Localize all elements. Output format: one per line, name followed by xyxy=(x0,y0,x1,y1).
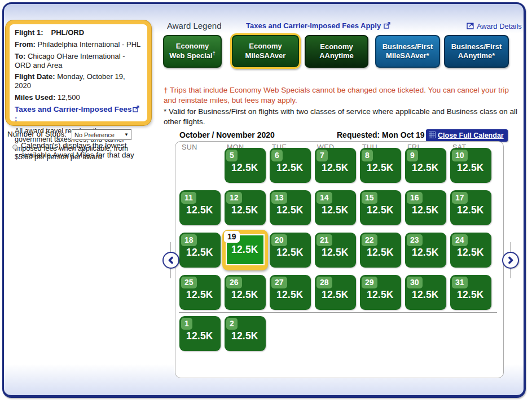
calendar-day-29[interactable]: 2912.5K xyxy=(360,275,401,310)
award-miles-value: 12.5K xyxy=(367,204,394,216)
legend-button-webspecial[interactable]: EconomyWeb Special† xyxy=(163,35,222,68)
calendar-day-26[interactable]: 2612.5K xyxy=(225,275,266,310)
calendar-day-18[interactable]: 1812.5K xyxy=(179,233,221,268)
calendar-day-28[interactable]: 2812.5K xyxy=(315,275,356,310)
award-miles-value: 12.5K xyxy=(276,289,304,301)
calendar-day-19-selected[interactable]: 1912.5K xyxy=(222,230,268,270)
award-miles-value: 12.5K xyxy=(276,204,304,216)
calendar-day-14[interactable]: 1412.5K xyxy=(315,190,356,225)
day-number: 26 xyxy=(226,277,242,288)
flight-date-row: Flight Date: Monday, October 19, 2020 xyxy=(15,72,142,90)
calendar-day-25[interactable]: 2512.5K xyxy=(179,275,221,310)
legend-button-aanytime[interactable]: Business/FirstAAnytime* xyxy=(444,35,509,68)
calendar-day-10[interactable]: 1012.5K xyxy=(450,148,491,183)
calendar-day-15[interactable]: 1512.5K xyxy=(360,190,401,225)
calendar-display-note: Calendar(s) displays the lowest availabl… xyxy=(21,141,150,160)
day-number: 20 xyxy=(271,234,287,246)
calendar-day-23[interactable]: 2312.5K xyxy=(405,233,446,268)
day-number: 25 xyxy=(181,277,197,288)
miles-used-row: Miles Used: 12,500 xyxy=(15,93,142,102)
calendar-day-6[interactable]: 612.5K xyxy=(270,148,311,183)
calendar-day-12[interactable]: 1212.5K xyxy=(225,190,266,225)
award-miles-value: 12.5K xyxy=(231,204,258,216)
award-miles-value: 12.5K xyxy=(412,289,439,301)
legend-button-milesaaver[interactable]: EconomyMileSAAver xyxy=(230,33,301,69)
calendar-day-21[interactable]: 2112.5K xyxy=(315,233,356,268)
day-number: 15 xyxy=(362,192,377,204)
flight-number-label: Flight 1: xyxy=(15,28,43,37)
miles-used-label: Miles Used: xyxy=(15,93,55,102)
day-number: 8 xyxy=(362,150,373,161)
award-miles-value: 12.5K xyxy=(186,289,213,301)
fees-apply-link[interactable]: Taxes and Carrier-Imposed Fees Apply xyxy=(246,21,392,30)
award-miles-value: 12.5K xyxy=(457,162,484,174)
award-miles-value: 12.5K xyxy=(231,162,258,174)
day-number: 1 xyxy=(181,318,192,330)
calendar-day-5[interactable]: 512.5K xyxy=(225,148,266,183)
day-number: 7 xyxy=(316,150,328,161)
business-first-note: * Valid for Business/First on flights wi… xyxy=(164,107,527,127)
award-miles-value: 12.5K xyxy=(231,289,258,301)
calendar-day-30[interactable]: 3012.5K xyxy=(405,275,446,310)
calendar-display-radio[interactable] xyxy=(12,145,17,150)
day-number: 11 xyxy=(181,192,196,204)
award-miles-value: 12.5K xyxy=(276,247,304,259)
day-number: 31 xyxy=(452,277,468,288)
calendar-day-31[interactable]: 3112.5K xyxy=(450,275,491,310)
calendar-day-11[interactable]: 1112.5K xyxy=(179,190,221,225)
award-miles-value: 12.5K xyxy=(412,247,439,259)
calendar-day-27[interactable]: 2712.5K xyxy=(270,275,311,310)
award-details-link[interactable]: Award Details xyxy=(466,22,522,31)
award-miles-value: 12.5K xyxy=(457,289,484,301)
calendar-day-17[interactable]: 1712.5K xyxy=(450,190,491,225)
award-miles-value: 12.5K xyxy=(322,204,349,216)
award-miles-value: 12.5K xyxy=(186,247,213,259)
number-of-stops-select[interactable]: No Preference ▼ xyxy=(72,129,131,140)
day-number: 2 xyxy=(226,318,238,330)
calendar-day-13[interactable]: 1312.5K xyxy=(270,190,311,225)
award-miles-value: 12.5K xyxy=(412,162,439,174)
award-miles-value: 12.5K xyxy=(322,289,349,301)
chevron-right-icon xyxy=(507,256,515,264)
day-number: 29 xyxy=(362,277,377,288)
award-miles-value: 12.5K xyxy=(367,247,394,259)
calendar-month-title: October / November 2020 xyxy=(179,130,275,139)
award-miles-value: 12.5K xyxy=(231,244,258,256)
to-value: Chicago OHare International - ORD and Ar… xyxy=(15,52,125,69)
calendar-day-22[interactable]: 2212.5K xyxy=(360,233,401,268)
day-number: 30 xyxy=(407,277,423,288)
legend-button-milesaaver[interactable]: Business/FirstMileSAAver* xyxy=(375,35,440,68)
external-link-icon xyxy=(133,106,140,115)
calendar-day-24[interactable]: 2412.5K xyxy=(450,233,491,268)
day-number: 12 xyxy=(226,192,242,204)
day-number: 17 xyxy=(452,192,468,204)
flight-from-row: From: Philadelphia International - PHL xyxy=(15,40,142,49)
calendar-day-1[interactable]: 112.5K xyxy=(179,316,221,351)
day-number: 22 xyxy=(362,234,377,246)
day-number: 14 xyxy=(316,192,332,204)
next-month-button[interactable] xyxy=(502,252,519,269)
chevron-down-icon: ▼ xyxy=(124,132,129,137)
award-miles-value: 12.5K xyxy=(276,162,304,174)
chevron-left-icon xyxy=(167,256,175,264)
previous-month-button[interactable] xyxy=(162,252,179,269)
calendar-day-7[interactable]: 712.5K xyxy=(315,148,356,183)
legend-button-aanytime[interactable]: EconomyAAnytime xyxy=(305,35,368,68)
flight-to-row: To: Chicago OHare International - ORD an… xyxy=(15,52,142,70)
calendar-day-16[interactable]: 1612.5K xyxy=(405,190,446,225)
fees-link-row: Taxes and Carrier-Imposed Fees: xyxy=(15,105,142,124)
flight-info-box: Flight 1:PHL/ORD From: Philadelphia Inte… xyxy=(6,20,151,125)
requested-date-label: Requested: Mon Oct 19 xyxy=(337,130,425,139)
award-miles-value: 12.5K xyxy=(367,289,394,301)
close-full-calendar-button[interactable]: Close Full Calendar xyxy=(426,129,508,142)
month-separator xyxy=(179,312,497,313)
calendar-day-2[interactable]: 212.5K xyxy=(225,316,266,351)
calendar-day-8[interactable]: 812.5K xyxy=(360,148,401,183)
to-label: To: xyxy=(15,52,25,60)
calendar-grid-icon xyxy=(429,132,436,140)
calendar-day-9[interactable]: 912.5K xyxy=(405,148,446,183)
calendar-day-20[interactable]: 2012.5K xyxy=(270,233,311,268)
day-header-sun: SUN xyxy=(179,143,221,151)
taxes-fees-link[interactable]: Taxes and Carrier-Imposed Fees: xyxy=(15,105,140,123)
award-miles-value: 12.5K xyxy=(367,162,394,174)
